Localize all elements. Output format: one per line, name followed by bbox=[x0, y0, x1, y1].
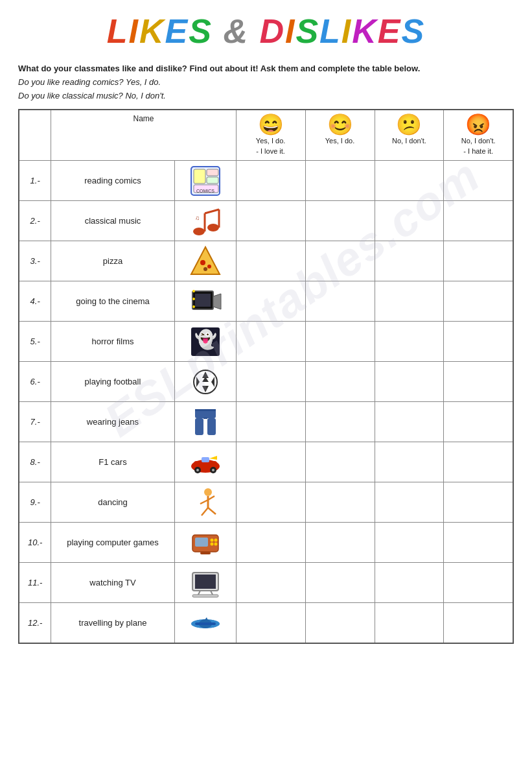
row-resp2-6[interactable] bbox=[305, 362, 375, 402]
row-resp2-8[interactable] bbox=[305, 442, 375, 482]
row-resp1-4[interactable] bbox=[236, 281, 305, 322]
row-resp2-5[interactable] bbox=[305, 322, 375, 362]
header-resp-2: 😊 Yes, I do. bbox=[305, 110, 375, 160]
row-resp4-10[interactable] bbox=[444, 523, 513, 563]
row-resp1-5[interactable] bbox=[236, 322, 305, 362]
row-resp4-8[interactable] bbox=[444, 442, 513, 482]
icon-plane bbox=[177, 604, 234, 641]
icon-tv bbox=[177, 564, 234, 601]
row-resp3-1[interactable] bbox=[375, 161, 444, 201]
row-activity-1: reading comics bbox=[51, 161, 174, 201]
row-resp4-3[interactable] bbox=[444, 241, 513, 281]
row-resp1-11[interactable] bbox=[236, 563, 305, 603]
row-resp3-12[interactable] bbox=[375, 603, 444, 643]
svg-rect-32 bbox=[195, 418, 203, 435]
table-row: 12.- travelling by plane bbox=[19, 603, 513, 643]
row-num-2: 2.- bbox=[19, 201, 51, 241]
row-resp3-5[interactable] bbox=[375, 322, 444, 362]
row-resp1-2[interactable] bbox=[236, 201, 305, 241]
row-resp4-11[interactable] bbox=[444, 563, 513, 603]
row-resp1-10[interactable] bbox=[236, 523, 305, 563]
row-resp2-10[interactable] bbox=[305, 523, 375, 563]
svg-point-54 bbox=[210, 542, 213, 545]
row-resp1-6[interactable] bbox=[236, 362, 305, 402]
row-resp2-4[interactable] bbox=[305, 281, 375, 322]
svg-rect-51 bbox=[195, 538, 208, 547]
row-resp4-4[interactable] bbox=[444, 281, 513, 322]
row-resp4-9[interactable] bbox=[444, 482, 513, 523]
svg-point-40 bbox=[196, 469, 199, 471]
row-num-8: 8.- bbox=[19, 442, 51, 482]
row-activity-12: travelling by plane bbox=[51, 603, 174, 643]
row-resp2-12[interactable] bbox=[305, 603, 375, 643]
svg-rect-3 bbox=[207, 177, 218, 184]
svg-line-10 bbox=[205, 209, 219, 213]
row-resp2-1[interactable] bbox=[305, 161, 375, 201]
row-resp4-2[interactable] bbox=[444, 201, 513, 241]
row-resp4-7[interactable] bbox=[444, 402, 513, 442]
table-row: 4.- going to the cinema bbox=[19, 281, 513, 322]
row-resp1-12[interactable] bbox=[236, 603, 305, 643]
emoji-like: 😊 bbox=[307, 114, 373, 135]
row-activity-5: horror films bbox=[51, 322, 174, 362]
page-wrapper: ESLprintables.com LIKES & DISLIKES What … bbox=[18, 12, 514, 644]
row-resp1-9[interactable] bbox=[236, 482, 305, 523]
row-num-6: 6.- bbox=[19, 362, 51, 402]
row-resp3-3[interactable] bbox=[375, 241, 444, 281]
svg-point-55 bbox=[214, 542, 217, 545]
page-title: LIKES & DISLIKES bbox=[18, 12, 514, 51]
icon-pizza bbox=[177, 243, 234, 279]
row-resp4-6[interactable] bbox=[444, 362, 513, 402]
emoji-hate: 😡 bbox=[445, 114, 511, 135]
row-resp3-10[interactable] bbox=[375, 523, 444, 563]
svg-line-48 bbox=[202, 508, 208, 515]
resp-label-3: No, I don't. bbox=[376, 136, 443, 146]
row-num-9: 9.- bbox=[19, 482, 51, 523]
table-row: 1.- reading comics COMICS bbox=[19, 161, 513, 201]
instruction-line3: Do you like classical music? No, I don't… bbox=[18, 89, 514, 103]
row-resp3-8[interactable] bbox=[375, 442, 444, 482]
row-resp3-9[interactable] bbox=[375, 482, 444, 523]
row-resp1-1[interactable] bbox=[236, 161, 305, 201]
resp-label-4: No, I don't. - I hate it. bbox=[445, 136, 511, 156]
row-num-11: 11.- bbox=[19, 563, 51, 603]
row-resp3-11[interactable] bbox=[375, 563, 444, 603]
row-activity-4: going to the cinema bbox=[51, 281, 174, 322]
header-resp-3: 😕 No, I don't. bbox=[375, 110, 444, 160]
row-resp4-12[interactable] bbox=[444, 603, 513, 643]
row-resp1-7[interactable] bbox=[236, 402, 305, 442]
row-resp1-3[interactable] bbox=[236, 241, 305, 281]
row-resp3-2[interactable] bbox=[375, 201, 444, 241]
row-icon-1: COMICS bbox=[174, 161, 236, 201]
svg-rect-67 bbox=[195, 622, 216, 625]
row-icon-8 bbox=[174, 442, 236, 482]
row-resp2-11[interactable] bbox=[305, 563, 375, 603]
row-activity-7: wearing jeans bbox=[51, 402, 174, 442]
row-resp2-2[interactable] bbox=[305, 201, 375, 241]
icon-computergames bbox=[177, 524, 234, 561]
row-resp1-8[interactable] bbox=[236, 442, 305, 482]
row-num-1: 1.- bbox=[19, 161, 51, 201]
row-icon-3 bbox=[174, 241, 236, 281]
table-row: 8.- F1 cars bbox=[19, 442, 513, 482]
icon-cinema bbox=[177, 283, 234, 320]
icon-comics: COMICS bbox=[177, 162, 234, 199]
svg-point-52 bbox=[210, 538, 213, 541]
row-resp2-3[interactable] bbox=[305, 241, 375, 281]
row-resp3-4[interactable] bbox=[375, 281, 444, 322]
svg-text:♫: ♫ bbox=[195, 215, 200, 221]
svg-point-53 bbox=[214, 538, 217, 541]
row-activity-6: playing football bbox=[51, 362, 174, 402]
instructions: What do your classmates like and dislike… bbox=[18, 62, 514, 102]
row-resp4-1[interactable] bbox=[444, 161, 513, 201]
svg-point-44 bbox=[204, 488, 212, 496]
row-resp3-6[interactable] bbox=[375, 362, 444, 402]
row-resp4-5[interactable] bbox=[444, 322, 513, 362]
svg-point-21 bbox=[192, 298, 195, 300]
row-resp2-9[interactable] bbox=[305, 482, 375, 523]
svg-point-22 bbox=[192, 305, 195, 308]
row-icon-12 bbox=[174, 603, 236, 643]
svg-rect-1 bbox=[194, 169, 205, 184]
row-resp2-7[interactable] bbox=[305, 402, 375, 442]
row-resp3-7[interactable] bbox=[375, 402, 444, 442]
